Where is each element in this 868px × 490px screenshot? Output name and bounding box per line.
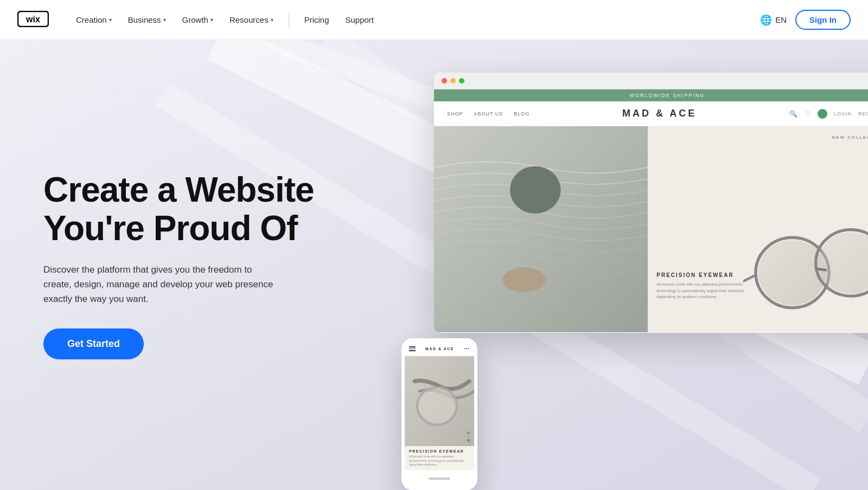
dot-yellow xyxy=(450,78,456,83)
mobile-product-text: PRECISION EYEWEAR All lenses come with o… xyxy=(405,446,474,470)
nav-business-label: Business xyxy=(128,15,161,24)
hero-visual: Worldwide Shipping SHOP ABOUT US BLOG MA… xyxy=(391,62,868,485)
chevron-down-icon: ▾ xyxy=(210,17,213,23)
mockup-nav-links: SHOP ABOUT US BLOG xyxy=(447,111,529,117)
mockup-product-title: PRECISION EYEWEAR xyxy=(656,272,754,278)
svg-point-8 xyxy=(510,166,560,214)
desktop-mockup: Worldwide Shipping SHOP ABOUT US BLOG MA… xyxy=(434,73,868,333)
mockup-new-collection: NEW COLLECTION » xyxy=(832,135,868,140)
navbar: wix Creation ▾ Business ▾ Growth ▾ Resou… xyxy=(0,0,868,40)
mockup-nav-blog: BLOG xyxy=(514,111,529,117)
get-started-button[interactable]: Get Started xyxy=(43,328,144,359)
hero-title-line2: You're Proud Of xyxy=(43,209,297,248)
nav-pricing[interactable]: Pricing xyxy=(297,11,337,29)
mockup-nav-about: ABOUT US xyxy=(474,111,503,117)
mockup-right-image: NEW COLLECTION » xyxy=(648,126,868,332)
mockup-product-desc: All lenses come with our patented photoc… xyxy=(656,281,754,300)
globe-icon: 🌐 xyxy=(760,14,772,26)
mockup-nav-shop: SHOP xyxy=(447,111,463,117)
mockup-body: NEW COLLECTION » xyxy=(434,126,868,332)
mobile-product-name: PRECISION EYEWEAR xyxy=(409,449,470,453)
mobile-header-bar: MAD & ACE ⋯ xyxy=(405,341,474,356)
hero-content: Create a Website You're Proud Of Discove… xyxy=(43,171,336,359)
mockup-banner: Worldwide Shipping xyxy=(434,89,868,101)
mobile-home-bar xyxy=(429,478,450,480)
svg-rect-7 xyxy=(434,126,648,332)
mobile-menu-icon: ⋯ xyxy=(464,346,470,352)
dot-green xyxy=(459,78,464,83)
mockup-cart-icon xyxy=(818,109,827,119)
mockup-brand: MAD & ACE xyxy=(622,108,697,119)
mockup-header: SHOP ABOUT US BLOG MAD & ACE 🔍 ♡ LOGIN R… xyxy=(434,101,868,126)
svg-point-9 xyxy=(503,268,546,293)
mobile-footer xyxy=(405,470,474,487)
hero-subtitle: Discover the platform that gives you the… xyxy=(43,262,282,307)
hero-title-line1: Create a Website xyxy=(43,170,314,209)
nav-creation[interactable]: Creation ▾ xyxy=(68,11,119,29)
svg-line-14 xyxy=(816,269,827,270)
mobile-dot xyxy=(467,439,470,442)
chevron-down-icon: ▾ xyxy=(109,17,112,23)
dot-red xyxy=(442,78,447,83)
nav-creation-label: Creation xyxy=(76,15,107,24)
hero-title: Create a Website You're Proud Of xyxy=(43,171,314,247)
mobile-dot xyxy=(467,431,470,434)
mockup-left-image xyxy=(434,126,648,332)
language-selector[interactable]: 🌐 EN xyxy=(760,14,787,26)
nav-menu: Creation ▾ Business ▾ Growth ▾ Resources… xyxy=(68,11,760,29)
hero-section: Create a Website You're Proud Of Discove… xyxy=(0,40,868,490)
mobile-hamburger-icon xyxy=(409,346,416,351)
nav-resources[interactable]: Resources ▾ xyxy=(222,11,281,29)
nav-business[interactable]: Business ▾ xyxy=(120,11,174,29)
mobile-image-area xyxy=(405,356,474,446)
sign-in-button[interactable]: Sign In xyxy=(795,10,851,30)
mockup-titlebar xyxy=(434,73,868,89)
mockup-register-label: REGISTER xyxy=(858,111,868,117)
chevron-down-icon: ▾ xyxy=(271,17,273,23)
mobile-brand: MAD & ACE xyxy=(425,347,454,351)
mockup-header-right: 🔍 ♡ LOGIN REGISTER xyxy=(789,109,868,119)
mobile-dot xyxy=(467,435,470,438)
nav-resources-label: Resources xyxy=(229,15,269,24)
mockup-content: Worldwide Shipping SHOP ABOUT US BLOG MA… xyxy=(434,89,868,332)
nav-divider xyxy=(289,11,289,29)
nav-support[interactable]: Support xyxy=(338,11,382,29)
mockup-product-section: PRECISION EYEWEAR All lenses come with o… xyxy=(656,272,754,300)
nav-growth-label: Growth xyxy=(182,15,208,24)
mobile-mockup: MAD & ACE ⋯ xyxy=(401,338,477,490)
mockup-login-label: LOGIN xyxy=(834,111,852,117)
navbar-right: 🌐 EN Sign In xyxy=(760,10,851,30)
chevron-down-icon: ▾ xyxy=(163,17,166,23)
wix-logo[interactable]: wix xyxy=(17,11,49,29)
mobile-dots-indicator xyxy=(467,431,470,442)
mobile-product-desc: All lenses come with our patented photoc… xyxy=(409,455,470,467)
mockup-search-icon: 🔍 xyxy=(789,110,798,118)
nav-growth[interactable]: Growth ▾ xyxy=(175,11,221,29)
svg-point-19 xyxy=(419,390,454,422)
mobile-content: MAD & ACE ⋯ xyxy=(405,341,474,487)
svg-text:wix: wix xyxy=(25,14,40,23)
language-label: EN xyxy=(775,15,787,24)
mockup-heart-icon: ♡ xyxy=(805,110,811,118)
